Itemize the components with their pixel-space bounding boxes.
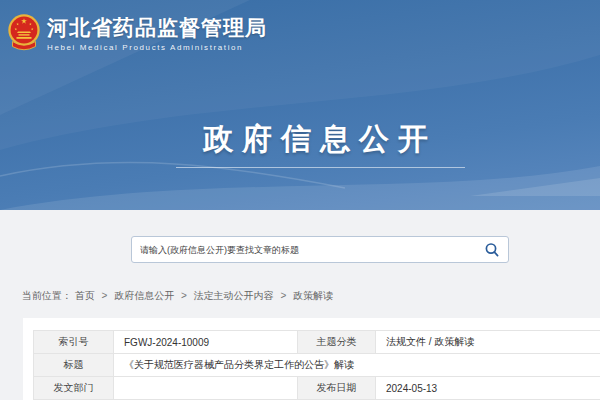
search-input[interactable] xyxy=(132,245,476,255)
breadcrumb-separator: > xyxy=(102,290,108,301)
breadcrumb-separator: > xyxy=(181,290,187,301)
site-name: 河北省药品监督管理局 xyxy=(47,16,267,40)
table-row-department-date: 发文部门 发布日期 2024-05-13 xyxy=(34,377,600,400)
china-national-emblem-icon xyxy=(7,13,41,53)
issuing-department-label: 发文部门 xyxy=(34,377,114,400)
topic-category-value: 法规文件 / 政策解读 xyxy=(376,331,600,354)
breadcrumb-item-home[interactable]: 首页 xyxy=(75,290,95,301)
title-label: 标题 xyxy=(34,354,114,377)
banner: 河北省药品监督管理局 Hebei Medical Products Admini… xyxy=(0,0,600,210)
breadcrumb-separator: > xyxy=(280,290,286,301)
title-value: 《关于规范医疗器械产品分类界定工作的公告》解读 xyxy=(114,354,600,377)
page: { "header": { "site_name": "河北省药品监督管理局",… xyxy=(0,0,600,400)
search-icon xyxy=(484,242,500,258)
page-title: 政府信息公开 xyxy=(203,119,437,160)
breadcrumb-item-proactive-disclosure[interactable]: 法定主动公开内容 xyxy=(194,290,274,301)
title-underline xyxy=(176,167,465,168)
breadcrumb-label: 当前位置： xyxy=(22,290,72,301)
index-number-label: 索引号 xyxy=(34,331,114,354)
publish-date-value: 2024-05-13 xyxy=(376,377,600,400)
table-row-index-category: 索引号 FGWJ-2024-10009 主题分类 法规文件 / 政策解读 xyxy=(34,331,600,354)
search-button[interactable] xyxy=(476,237,508,262)
breadcrumb-item-info-disclosure[interactable]: 政府信息公开 xyxy=(114,290,174,301)
index-number-value: FGWJ-2024-10009 xyxy=(114,331,298,354)
search-box xyxy=(131,236,509,263)
site-titles: 河北省药品监督管理局 Hebei Medical Products Admini… xyxy=(47,13,267,52)
info-table: 索引号 FGWJ-2024-10009 主题分类 法规文件 / 政策解读 标题 … xyxy=(33,330,600,400)
breadcrumb: 当前位置： 首页 > 政府信息公开 > 法定主动公开内容 > 政策解读 xyxy=(22,289,333,303)
topic-category-label: 主题分类 xyxy=(298,331,376,354)
breadcrumb-item-policy-interpretation: 政策解读 xyxy=(293,290,333,301)
site-name-en: Hebei Medical Products Administration xyxy=(47,43,267,52)
site-header: 河北省药品监督管理局 Hebei Medical Products Admini… xyxy=(7,13,267,53)
table-row-title: 标题 《关于规范医疗器械产品分类界定工作的公告》解读 xyxy=(34,354,600,377)
issuing-department-value xyxy=(114,377,298,400)
publish-date-label: 发布日期 xyxy=(298,377,376,400)
